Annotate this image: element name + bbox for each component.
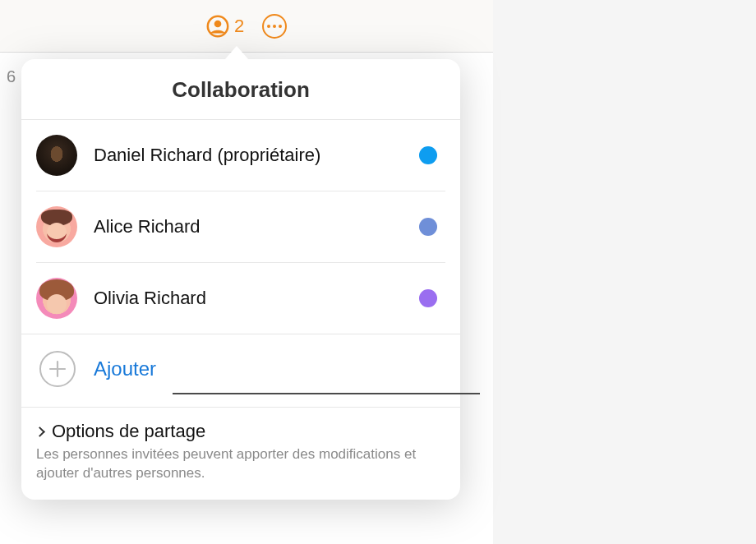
participant-color-dot xyxy=(419,146,437,164)
participant-row[interactable]: Daniel Richard (propriétaire) xyxy=(36,120,445,191)
plus-icon xyxy=(39,351,76,387)
participant-color-dot xyxy=(419,289,437,307)
collaborator-count: 2 xyxy=(234,16,244,37)
participant-name: Olivia Richard xyxy=(94,288,419,309)
app-background: 2 6 Collaboration Daniel Richard (propri… xyxy=(0,0,756,544)
row-header: 6 xyxy=(7,67,16,86)
share-options-title: Options de partage xyxy=(52,421,205,442)
collaboration-popover: Collaboration Daniel Richard (propriétai… xyxy=(21,46,460,500)
add-people-button[interactable]: Ajouter xyxy=(21,334,460,407)
participant-color-dot xyxy=(419,218,437,236)
participants-list: Daniel Richard (propriétaire) Alice Rich… xyxy=(21,120,460,334)
participant-row[interactable]: Alice Richard xyxy=(36,191,445,263)
person-icon xyxy=(206,15,229,38)
participant-name: Daniel Richard (propriétaire) xyxy=(94,145,419,166)
participant-name: Alice Richard xyxy=(94,216,419,237)
callout-line xyxy=(173,393,480,394)
popover-title: Collaboration xyxy=(21,59,460,120)
avatar xyxy=(36,206,77,247)
chevron-right-icon xyxy=(35,426,45,437)
more-button[interactable] xyxy=(262,14,287,39)
share-options-section[interactable]: Options de partage Les personnes invitée… xyxy=(21,407,460,500)
share-options-description: Les personnes invitées peuvent apporter … xyxy=(36,445,445,483)
popover-arrow xyxy=(225,46,248,59)
ellipsis-icon xyxy=(267,25,270,28)
avatar xyxy=(36,278,77,319)
participant-row[interactable]: Olivia Richard xyxy=(36,263,445,334)
svg-point-1 xyxy=(214,20,222,27)
share-options-header[interactable]: Options de partage xyxy=(36,421,445,442)
collaboration-button[interactable]: 2 xyxy=(206,15,244,38)
add-people-label: Ajouter xyxy=(94,357,156,380)
toolbar: 2 xyxy=(0,0,493,53)
avatar xyxy=(36,135,77,176)
